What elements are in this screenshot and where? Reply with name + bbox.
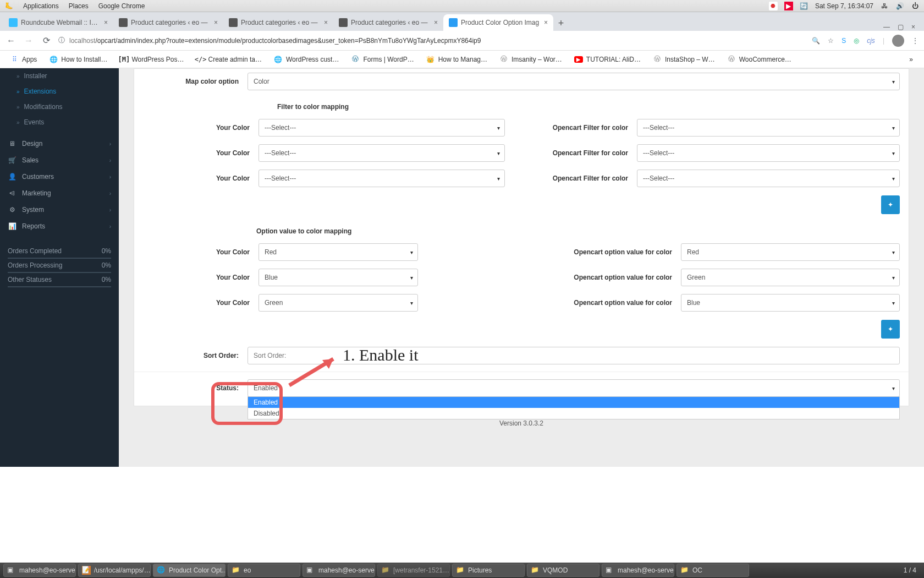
ext-icon[interactable]: ◎ (854, 37, 859, 45)
task-item[interactable]: 📁eo (228, 564, 300, 577)
sidebar-item-sales[interactable]: 🛒Sales› (0, 152, 119, 168)
close-icon[interactable]: × (544, 19, 548, 26)
new-tab-button[interactable]: + (553, 15, 569, 31)
os-menu-places[interactable]: Places (69, 2, 89, 10)
tray-icon[interactable]: ▶ (784, 2, 793, 10)
browser-tabs-bar: Roundcube Webmail :: Inbo× Product categ… (0, 12, 924, 31)
sort-order-input[interactable] (248, 347, 900, 364)
browser-tab[interactable]: Product categories ‹ eo —× (113, 14, 223, 31)
select-oc-filter[interactable]: ---Select--- (637, 144, 900, 162)
section-option-mapping: Option value to color mapping (134, 219, 909, 239)
select-oc-filter[interactable]: ---Select--- (637, 170, 900, 187)
ext-icon[interactable]: cjs (867, 37, 875, 45)
sidebar-sub-events[interactable]: »Events (0, 114, 119, 130)
site-info-icon[interactable]: ⓘ (58, 36, 65, 45)
ext-icon[interactable]: S (842, 37, 846, 45)
add-filter-button[interactable]: ✦ (881, 195, 900, 214)
select-status[interactable]: Enabled (248, 379, 900, 397)
select-your-color-opt[interactable]: Green (258, 294, 418, 312)
omnibox[interactable]: ⓘ localhost/opcart/admin/index.php?route… (58, 36, 805, 45)
sidebar-item-marketing[interactable]: ⩤Marketing› (0, 185, 119, 201)
browser-tab[interactable]: Product categories ‹ eo —× (223, 14, 333, 31)
reload-button[interactable]: ⟳ (41, 35, 52, 46)
select-your-color-opt[interactable]: Blue (258, 269, 418, 286)
sidebar-item-customers[interactable]: 👤Customers› (0, 168, 119, 185)
bookmark[interactable]: ⓌImsanity – Wor… (495, 55, 566, 64)
bookmark[interactable]: ⓌWooCommerce… (723, 55, 796, 64)
label-oc-filter: Opencart Filter for color (521, 124, 637, 132)
task-item[interactable]: ▣mahesh@eo-serve… (302, 564, 375, 577)
task-item[interactable]: ▣mahesh@eo-server… (3, 564, 76, 577)
close-icon[interactable]: × (104, 19, 108, 26)
task-item-active[interactable]: 🌐Product Color Opt… (153, 564, 226, 577)
close-icon[interactable]: × (214, 19, 218, 26)
select-map-color[interactable]: Color (248, 73, 900, 90)
select-your-color[interactable]: ---Select--- (258, 170, 505, 187)
label-map-color: Map color option (143, 78, 248, 85)
browser-tab[interactable]: Product categories ‹ eo —× (333, 14, 443, 31)
bookmarks-overflow[interactable]: » (909, 56, 919, 63)
label-your-color: Your Color (143, 175, 258, 182)
select-your-color-opt[interactable]: Red (258, 243, 418, 261)
plus-icon: ✦ (888, 325, 893, 333)
label-status: Status: (143, 384, 248, 392)
window-maximize-icon[interactable]: ▢ (898, 23, 904, 31)
volume-icon[interactable]: 🔊 (895, 2, 904, 10)
bookmark-apps[interactable]: ⠿Apps (6, 55, 41, 64)
task-item[interactable]: 📁[wetransfer-1521… (377, 564, 450, 577)
profile-avatar[interactable] (892, 35, 904, 47)
select-oc-option[interactable]: Green (681, 269, 900, 286)
bookmark[interactable]: 👑How to Manag… (422, 55, 492, 64)
bookmark[interactable]: ⓌForms | WordP… (346, 55, 418, 64)
browser-tab[interactable]: Roundcube Webmail :: Inbo× (3, 14, 113, 31)
label-sort-order: Sort Order: (143, 352, 248, 359)
window-close-icon[interactable]: × (911, 23, 915, 31)
task-item[interactable]: 📝/usr/local/ampps/… (78, 564, 151, 577)
label-oc-filter: Opencart Filter for color (521, 149, 637, 157)
menu-icon[interactable]: ⋮ (912, 37, 919, 45)
power-icon[interactable]: ⏻ (911, 2, 920, 10)
bookmark[interactable]: </>Create admin ta… (192, 55, 266, 64)
close-icon[interactable]: × (434, 19, 438, 26)
select-oc-option[interactable]: Red (681, 243, 900, 261)
sidebar-item-reports[interactable]: 📊Reports› (0, 218, 119, 235)
zoom-icon[interactable]: 🔍 (812, 37, 820, 45)
tray-icon[interactable]: ⬣ (769, 2, 778, 10)
stat-orders-processing: Orders Processing0% (8, 259, 111, 273)
bookmark[interactable]: ⓌInstaShop – W… (648, 55, 719, 64)
select-oc-filter[interactable]: ---Select--- (637, 119, 900, 137)
os-menu-app[interactable]: Google Chrome (98, 2, 145, 10)
bookmark[interactable]: 🌐WordPress cust… (270, 55, 343, 64)
browser-tab-active[interactable]: Product Color Option Imag× (443, 14, 553, 31)
status-option-enabled[interactable]: Enabled (248, 397, 899, 408)
network-icon[interactable]: 🖧 (880, 2, 889, 10)
select-your-color[interactable]: ---Select--- (258, 144, 505, 162)
window-minimize-icon[interactable]: — (883, 23, 890, 31)
back-button[interactable]: ← (6, 36, 16, 46)
status-option-disabled[interactable]: Disabled (248, 408, 899, 419)
select-your-color[interactable]: ---Select--- (258, 119, 505, 137)
sidebar-sub-extensions[interactable]: »Extensions (0, 84, 119, 99)
gear-icon: ⚙ (8, 206, 16, 214)
plus-icon: ✦ (888, 201, 893, 209)
sidebar-item-system[interactable]: ⚙System› (0, 201, 119, 218)
bookmark[interactable]: [M]WordPress Pos… (115, 55, 188, 64)
label-your-color: Your Color (143, 124, 258, 132)
task-item[interactable]: 📁VQMOD (527, 564, 600, 577)
user-icon: 👤 (8, 173, 16, 181)
select-oc-option[interactable]: Blue (681, 294, 900, 312)
sidebar-sub-installer[interactable]: »Installer (0, 68, 119, 84)
clock[interactable]: Sat Sep 7, 16:34:07 (815, 2, 873, 10)
os-menu-apps[interactable]: Applications (23, 2, 59, 10)
task-item[interactable]: 📁OC (676, 564, 749, 577)
add-option-button[interactable]: ✦ (881, 320, 900, 339)
task-item[interactable]: 📁Pictures (452, 564, 525, 577)
close-icon[interactable]: × (324, 19, 328, 26)
tray-icon[interactable]: 🔄 (800, 2, 809, 10)
bookmark[interactable]: 🌐How to Install… (45, 55, 112, 64)
bookmark[interactable]: ▶TUTORIAL: AliD… (570, 55, 645, 64)
sidebar-item-design[interactable]: 🖥Design› (0, 135, 119, 152)
star-icon[interactable]: ☆ (828, 37, 834, 45)
task-item[interactable]: ▣mahesh@eo-serve… (602, 564, 674, 577)
sidebar-sub-modifications[interactable]: »Modifications (0, 99, 119, 114)
